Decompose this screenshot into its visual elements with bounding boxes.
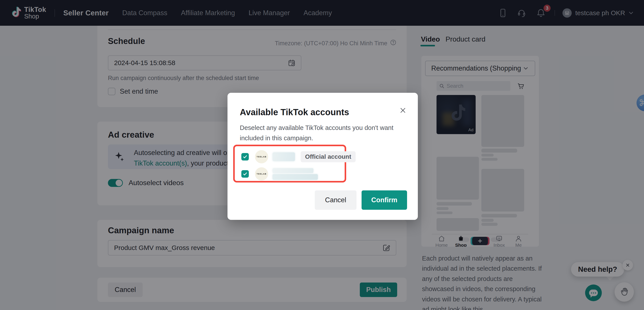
modal-confirm-button[interactable]: Confirm — [362, 190, 407, 210]
official-account-badge: Official account — [301, 151, 356, 162]
modal-cancel-button[interactable]: Cancel — [315, 190, 356, 210]
available-accounts-modal: Available TikTok accounts Deselect any a… — [228, 93, 418, 220]
account-checkbox-checked[interactable] — [241, 153, 249, 160]
account-name-blurred — [272, 152, 295, 161]
account-name-blurred — [272, 168, 318, 180]
modal-title: Available TikTok accounts — [240, 107, 349, 117]
modal-close-icon[interactable] — [399, 107, 406, 114]
modal-description: Deselect any available TikTok accounts y… — [240, 123, 402, 144]
account-avatar: TEELAB — [255, 150, 268, 163]
accounts-highlight-box: TEELAB Official account TEELAB — [233, 145, 346, 182]
account-row[interactable]: TEELAB — [235, 167, 345, 180]
account-avatar: TEELAB — [255, 167, 268, 180]
account-row[interactable]: TEELAB Official account — [235, 150, 345, 163]
account-checkbox-checked[interactable] — [241, 170, 249, 178]
